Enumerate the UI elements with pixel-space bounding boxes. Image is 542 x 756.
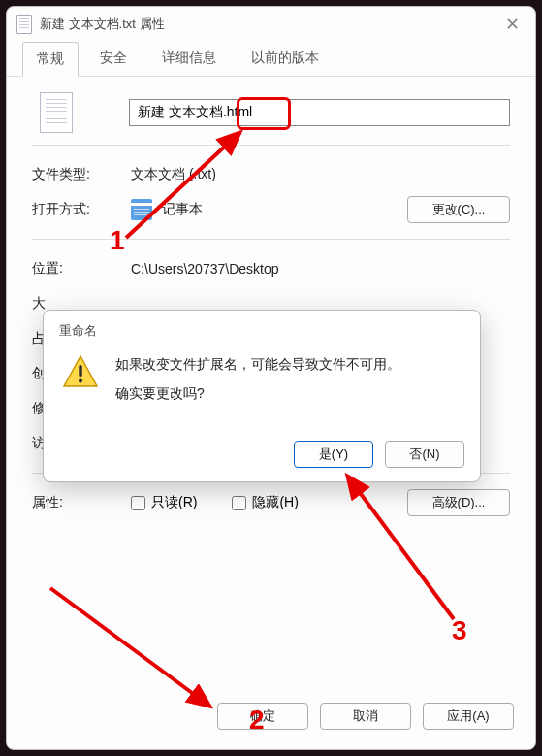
change-button[interactable]: 更改(C)...	[407, 196, 510, 223]
document-icon	[16, 15, 32, 34]
hidden-checkbox[interactable]: 隐藏(H)	[232, 494, 298, 511]
readonly-checkbox[interactable]: 只读(R)	[131, 494, 197, 511]
footer-buttons: 确定 取消 应用(A)	[7, 687, 535, 749]
tab-previous-versions[interactable]: 以前的版本	[238, 42, 333, 76]
no-button[interactable]: 否(N)	[385, 441, 464, 468]
filetype-value: 文本文档 (.txt)	[131, 166, 216, 183]
divider	[32, 145, 510, 146]
rename-dialog: 重命名 如果改变文件扩展名，可能会导致文件不可用。 确实要更改吗? 是(Y) 否…	[43, 310, 481, 482]
filename-input[interactable]	[129, 99, 510, 126]
window-title: 新建 文本文档.txt 属性	[40, 16, 499, 33]
location-label: 位置:	[32, 260, 131, 278]
svg-point-2	[79, 379, 82, 383]
svg-rect-1	[79, 365, 81, 377]
tab-general[interactable]: 常规	[22, 42, 79, 77]
dialog-title: 重命名	[44, 311, 480, 345]
filetype-label: 文件类型:	[32, 166, 131, 183]
close-icon[interactable]: ✕	[499, 12, 526, 37]
ok-button[interactable]: 确定	[217, 703, 308, 730]
divider	[32, 239, 510, 240]
warning-icon	[63, 355, 98, 388]
titlebar: 新建 文本文档.txt 属性 ✕	[7, 7, 535, 42]
advanced-button[interactable]: 高级(D)...	[407, 489, 510, 516]
location-value: C:\Users\20737\Desktop	[131, 261, 279, 277]
attributes-label: 属性:	[32, 494, 131, 511]
openwith-value: 记事本	[162, 201, 203, 218]
file-type-icon	[40, 92, 73, 133]
tab-security[interactable]: 安全	[86, 42, 141, 76]
dialog-line2: 确实要更改吗?	[115, 382, 400, 406]
dialog-text: 如果改变文件扩展名，可能会导致文件不可用。 确实要更改吗?	[115, 353, 400, 406]
hidden-checkbox-input[interactable]	[232, 496, 246, 510]
notepad-icon	[131, 199, 152, 220]
hidden-label: 隐藏(H)	[252, 494, 298, 511]
readonly-checkbox-input[interactable]	[131, 496, 145, 510]
tab-strip: 常规 安全 详细信息 以前的版本	[7, 42, 535, 77]
yes-button[interactable]: 是(Y)	[294, 441, 373, 468]
readonly-label: 只读(R)	[151, 494, 197, 511]
cancel-button[interactable]: 取消	[320, 703, 411, 730]
apply-button[interactable]: 应用(A)	[423, 703, 514, 730]
openwith-label: 打开方式:	[32, 201, 131, 218]
tab-details[interactable]: 详细信息	[148, 42, 230, 76]
dialog-line1: 如果改变文件扩展名，可能会导致文件不可用。	[115, 353, 400, 377]
